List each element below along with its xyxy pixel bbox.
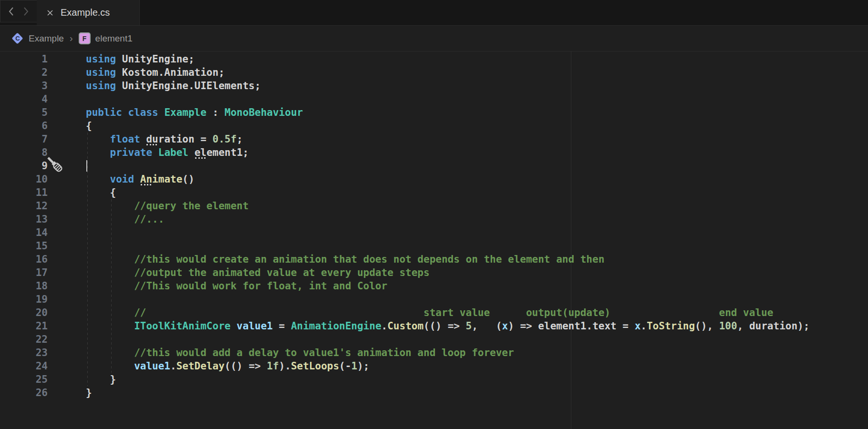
- code-line[interactable]: 25 }: [0, 373, 868, 386]
- line-number[interactable]: 11: [0, 186, 48, 199]
- line-number[interactable]: 18: [0, 279, 48, 293]
- line-number[interactable]: 21: [0, 319, 48, 333]
- breadcrumb-item-example[interactable]: Example: [29, 33, 64, 44]
- line-number[interactable]: 24: [0, 359, 48, 373]
- line-number[interactable]: 13: [0, 213, 48, 226]
- code-token: //output the animated value at every upd…: [86, 267, 430, 278]
- code-token: 0.5f: [213, 133, 237, 145]
- line-number[interactable]: 5: [0, 106, 48, 119]
- close-icon[interactable]: [46, 9, 54, 17]
- line-content: // start value output(update) end value: [86, 306, 773, 319]
- code-line[interactable]: 9: [0, 159, 868, 173]
- code-token: 100: [719, 320, 737, 332]
- code-line[interactable]: 10 void Animate(): [0, 173, 868, 186]
- code-token: [188, 147, 195, 158]
- forward-icon[interactable]: [21, 5, 30, 18]
- code-line[interactable]: 14: [0, 226, 868, 239]
- code-line[interactable]: 17 //output the animated value at every …: [0, 266, 868, 279]
- line-number[interactable]: 17: [0, 266, 48, 279]
- code-token: IToolKitAnimCore: [134, 320, 230, 332]
- code-token: (-: [339, 360, 351, 372]
- breadcrumb-item-element1[interactable]: element1: [95, 33, 133, 44]
- code-line[interactable]: 6{: [0, 119, 868, 133]
- code-token: [86, 320, 134, 332]
- line-content: {: [86, 119, 92, 133]
- code-token: .: [170, 360, 176, 372]
- code-line[interactable]: 23 //this would add a delay to value1's …: [0, 346, 868, 359]
- code-token: //query the element: [86, 200, 248, 212]
- code-line[interactable]: 20 // start value output(update) end val…: [0, 306, 868, 319]
- line-number[interactable]: 9: [0, 159, 48, 173]
- line-number[interactable]: 8: [0, 146, 48, 159]
- line-content: public class Example : MonoBehaviour: [86, 106, 303, 119]
- line-content: float duration = 0.5f;: [86, 133, 243, 146]
- code-token: value1: [237, 320, 273, 332]
- line-content: //output the animated value at every upd…: [86, 266, 430, 279]
- code-line[interactable]: 18 //This would work for float, int and …: [0, 279, 868, 293]
- code-token: float: [110, 133, 140, 145]
- code-line[interactable]: 16 //this would create an animation that…: [0, 253, 868, 266]
- line-number[interactable]: 22: [0, 333, 48, 346]
- line-content: using Kostom.Animation;: [86, 66, 225, 79]
- field-icon: F: [79, 32, 91, 44]
- code-line[interactable]: 13 //...: [0, 213, 868, 226]
- code-token: Example: [164, 107, 207, 118]
- code-line[interactable]: 4: [0, 92, 868, 106]
- line-number[interactable]: 1: [0, 52, 48, 66]
- line-number[interactable]: 6: [0, 119, 48, 133]
- code-line[interactable]: 8 private Label element1;: [0, 146, 868, 159]
- code-line[interactable]: 21 IToolKitAnimCore value1 = AnimationEn…: [0, 319, 868, 333]
- code-token: ) => element1.text =: [508, 320, 635, 332]
- code-token: {: [86, 187, 116, 198]
- line-number[interactable]: 19: [0, 293, 48, 306]
- code-token: SetDelay: [176, 360, 225, 372]
- code-token: ).: [279, 360, 291, 372]
- code-token: =: [195, 133, 213, 145]
- code-line[interactable]: 15: [0, 239, 868, 253]
- code-token: using: [86, 53, 116, 65]
- code-line[interactable]: 1using UnityEngine;: [0, 52, 868, 66]
- text-cursor: [86, 160, 87, 172]
- code-line[interactable]: 7 float duration = 0.5f;: [0, 133, 868, 146]
- line-number[interactable]: 10: [0, 173, 48, 186]
- code-token: UnityEngine.UIElements;: [116, 80, 260, 92]
- line-number[interactable]: 15: [0, 239, 48, 253]
- code-line[interactable]: 11 {: [0, 186, 868, 199]
- code-token: , (: [472, 320, 502, 332]
- line-number[interactable]: 25: [0, 373, 48, 386]
- code-line[interactable]: 5public class Example : MonoBehaviour: [0, 106, 868, 119]
- line-content: //query the element: [86, 199, 248, 213]
- code-token: ;: [243, 147, 249, 158]
- tab-bar: Example.cs: [0, 0, 868, 26]
- field-icon-letter: F: [83, 35, 87, 42]
- code-token: [158, 107, 165, 118]
- line-number[interactable]: 7: [0, 133, 48, 146]
- line-number[interactable]: 4: [0, 92, 48, 106]
- code-token: AnimationEngine: [291, 320, 382, 332]
- line-number[interactable]: 12: [0, 199, 48, 213]
- line-number[interactable]: 20: [0, 306, 48, 319]
- code-editor[interactable]: 1using UnityEngine;2using Kostom.Animati…: [0, 51, 868, 429]
- code-token: ToString: [647, 320, 695, 332]
- code-token: [86, 174, 110, 185]
- class-icon-letter: C: [11, 32, 24, 45]
- code-line[interactable]: 3using UnityEngine.UIElements;: [0, 79, 868, 92]
- line-number[interactable]: 16: [0, 253, 48, 266]
- tab-example-cs[interactable]: Example.cs: [37, 0, 140, 25]
- line-number[interactable]: 14: [0, 226, 48, 239]
- line-number[interactable]: 3: [0, 79, 48, 92]
- code-token: }: [86, 374, 116, 385]
- line-content: //this would add a delay to value1's ani…: [86, 346, 514, 359]
- line-number[interactable]: 26: [0, 386, 48, 399]
- code-line[interactable]: 2using Kostom.Animation;: [0, 66, 868, 79]
- line-number[interactable]: 23: [0, 346, 48, 359]
- code-token: using: [86, 80, 116, 92]
- back-icon[interactable]: [7, 5, 16, 18]
- code-line[interactable]: 19: [0, 293, 868, 306]
- code-line[interactable]: 22: [0, 333, 868, 346]
- line-number[interactable]: 2: [0, 66, 48, 79]
- code-token: private: [110, 147, 153, 158]
- code-line[interactable]: 12 //query the element: [0, 199, 868, 213]
- code-line[interactable]: 24 value1.SetDelay(() => 1f).SetLoops(-1…: [0, 359, 868, 373]
- code-line[interactable]: 26}: [0, 386, 868, 399]
